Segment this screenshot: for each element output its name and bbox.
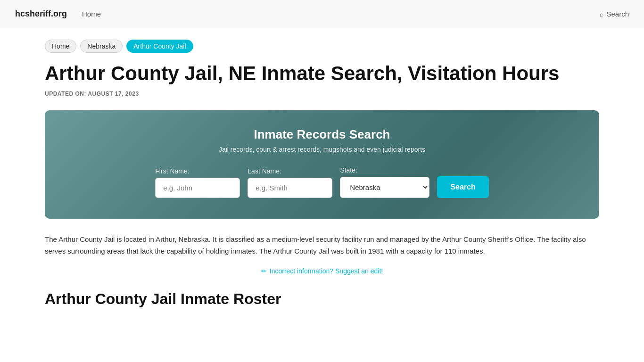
first-name-group: First Name:: [155, 167, 240, 198]
navbar: hcsheriff.org Home ⌕ Search: [0, 0, 644, 28]
body-text: The Arthur County Jail is located in Art…: [45, 234, 599, 257]
page-title: Arthur County Jail, NE Inmate Search, Vi…: [45, 62, 599, 85]
edit-icon: ✏: [261, 267, 267, 275]
last-name-label: Last Name:: [248, 167, 281, 175]
search-icon: ⌕: [600, 10, 603, 18]
first-name-label: First Name:: [155, 167, 189, 175]
last-name-group: Last Name:: [248, 167, 332, 198]
search-box-subtitle: Jail records, court & arrest records, mu…: [67, 146, 577, 153]
breadcrumb: Home Nebraska Arthur County Jail: [45, 40, 599, 53]
state-label: State:: [340, 166, 357, 174]
edit-link-row: ✏Incorrect information? Suggest an edit!: [45, 267, 599, 275]
updated-date-value: AUGUST 17, 2023: [88, 90, 139, 97]
edit-link-text: Incorrect information? Suggest an edit!: [270, 267, 383, 275]
breadcrumb-nebraska[interactable]: Nebraska: [80, 40, 123, 53]
edit-link[interactable]: ✏Incorrect information? Suggest an edit!: [261, 267, 383, 275]
navbar-search-button[interactable]: ⌕ Search: [600, 10, 629, 18]
content-wrapper: Home Nebraska Arthur County Jail Arthur …: [30, 28, 614, 334]
navbar-nav: Home: [82, 10, 600, 18]
navbar-search-label: Search: [606, 10, 629, 18]
breadcrumb-home[interactable]: Home: [45, 40, 76, 53]
nav-home[interactable]: Home: [82, 10, 101, 18]
last-name-input[interactable]: [248, 178, 332, 198]
updated-date: UPDATED ON: AUGUST 17, 2023: [45, 90, 599, 97]
updated-prefix: UPDATED ON:: [45, 90, 86, 97]
state-group: State: AlabamaAlaskaArizonaArkansasCalif…: [340, 166, 429, 198]
roster-heading: Arthur County Jail Inmate Roster: [45, 290, 599, 308]
search-button[interactable]: Search: [437, 176, 488, 198]
first-name-input[interactable]: [155, 178, 240, 198]
navbar-brand[interactable]: hcsheriff.org: [15, 9, 67, 19]
search-box-title: Inmate Records Search: [67, 127, 577, 142]
state-select[interactable]: AlabamaAlaskaArizonaArkansasCaliforniaCo…: [340, 177, 429, 198]
breadcrumb-arthur-county-jail[interactable]: Arthur County Jail: [126, 40, 193, 53]
inmate-search-box: Inmate Records Search Jail records, cour…: [45, 110, 599, 219]
search-form: First Name: Last Name: State: AlabamaAla…: [67, 166, 577, 198]
